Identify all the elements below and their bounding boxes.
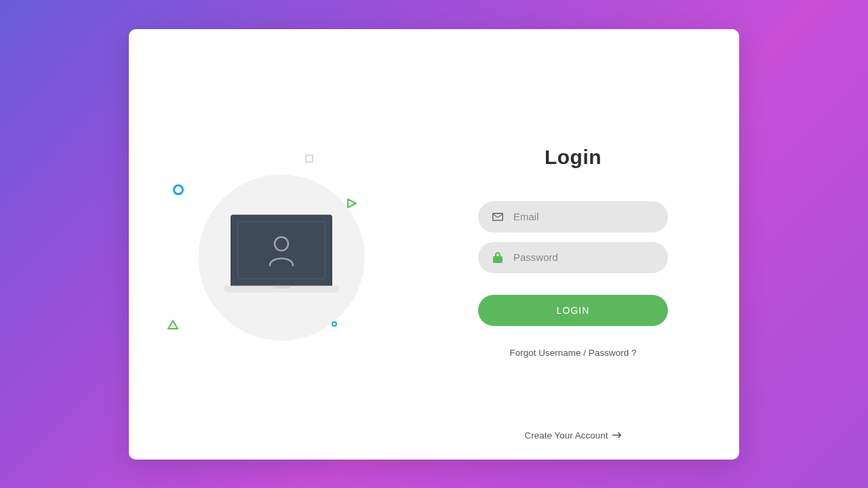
email-field-wrap [478, 201, 668, 232]
svg-marker-1 [168, 321, 178, 329]
play-shape-icon [347, 198, 357, 209]
login-form: LOGIN Forgot Username / Password ? [478, 201, 668, 358]
illustration-panel [129, 29, 434, 460]
arrow-right-icon [612, 430, 622, 441]
circle-shape-icon [173, 184, 184, 195]
create-account-link[interactable]: Create Your Account [434, 430, 739, 441]
laptop-screen [231, 215, 332, 286]
create-account-label: Create Your Account [524, 430, 608, 441]
login-button[interactable]: LOGIN [478, 295, 668, 326]
square-shape-icon [305, 155, 313, 163]
user-icon [266, 234, 297, 266]
laptop-base [224, 286, 339, 293]
form-panel: Login LOGIN Forgot Username / Password ? [434, 29, 739, 460]
envelope-icon [492, 213, 504, 221]
forgot-password-link[interactable]: Forgot Username / Password ? [478, 348, 668, 358]
dot-shape-icon [332, 321, 337, 327]
illustration [173, 149, 390, 366]
page-title: Login [545, 146, 601, 169]
password-field-wrap [478, 242, 668, 273]
laptop-illustration [231, 215, 332, 293]
svg-point-0 [275, 237, 288, 250]
svg-marker-2 [348, 199, 356, 207]
lock-icon [492, 252, 504, 263]
email-input[interactable] [513, 211, 654, 222]
login-card: Login LOGIN Forgot Username / Password ?… [129, 29, 739, 460]
password-input[interactable] [513, 251, 654, 263]
